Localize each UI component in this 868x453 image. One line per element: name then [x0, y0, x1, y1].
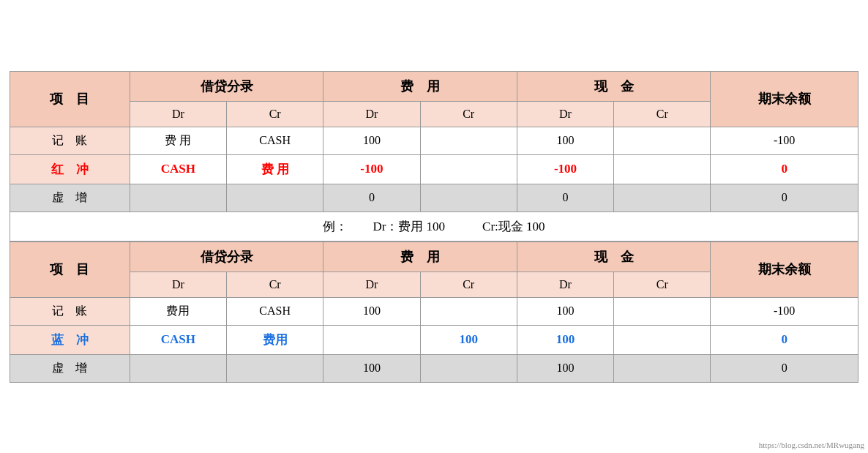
- t2-col-header-end: 期末余额: [711, 242, 858, 297]
- t2-row1-cr3: [614, 297, 711, 325]
- t2-row3-dr2: 100: [323, 354, 420, 382]
- t2-subheader-dr1: Dr: [130, 272, 226, 297]
- watermark: https://blog.csdn.net/MRwugang: [759, 441, 864, 449]
- t2-row2-cr1: 费用: [227, 325, 323, 354]
- t2-row3-end: 0: [711, 354, 858, 382]
- table-row: 蓝 冲 CASH 费用 100 100 0: [10, 325, 858, 354]
- row1-label: 记 账: [10, 127, 130, 154]
- t2-subheader-dr2: Dr: [323, 272, 420, 297]
- t2-row2-label: 蓝 冲: [10, 325, 130, 354]
- row1-dr2: 100: [323, 127, 420, 154]
- row2-dr3: -100: [517, 154, 613, 184]
- row3-dr3: 0: [517, 184, 613, 211]
- row3-cr2: [420, 184, 517, 211]
- col-header-jiedai: 借贷分录: [130, 71, 323, 101]
- row2-dr2: -100: [323, 154, 420, 184]
- t2-row3-dr3: 100: [517, 354, 613, 382]
- table-2: 项 目 借贷分录 费 用 现 金 期末余额 Dr Cr Dr Cr Dr Cr …: [10, 242, 858, 383]
- subheader-cr1: Cr: [227, 101, 323, 127]
- t2-row2-dr2: [323, 325, 420, 354]
- col-header-end: 期末余额: [711, 71, 858, 127]
- col-header-feiyong: 费 用: [323, 71, 517, 101]
- row3-end: 0: [711, 184, 858, 211]
- row1-cr1: CASH: [227, 127, 323, 154]
- row1-cr2: [420, 127, 517, 154]
- row3-cr1: [227, 184, 323, 211]
- row2-dr1: CASH: [130, 154, 226, 184]
- row2-label: 红 冲: [10, 154, 130, 184]
- t2-subheader-cr3: Cr: [614, 272, 711, 297]
- t2-subheader-cr2: Cr: [420, 272, 517, 297]
- t2-col-header-xiang: 项 目: [10, 242, 130, 297]
- example-row: 例： Dr：费用 100 Cr:现金 100: [10, 211, 858, 241]
- t2-row2-end: 0: [711, 325, 858, 354]
- subheader-dr2: Dr: [323, 101, 420, 127]
- t2-col-header-xianjin: 现 金: [517, 242, 711, 272]
- t2-row1-cr2: [420, 297, 517, 325]
- row1-end: -100: [711, 127, 858, 154]
- t2-row2-dr1: CASH: [130, 325, 226, 354]
- t2-row1-end: -100: [711, 297, 858, 325]
- row1-dr3: 100: [517, 127, 613, 154]
- table-row: 项 目 借贷分录 费 用 现 金 期末余额: [10, 242, 858, 272]
- t2-subheader-dr3: Dr: [517, 272, 613, 297]
- subheader-cr3: Cr: [614, 101, 711, 127]
- row3-cr3: [614, 184, 711, 211]
- t2-row1-label: 记 账: [10, 297, 130, 325]
- table-row: 虚 增 100 100 0: [10, 354, 858, 382]
- t2-col-header-jiedai: 借贷分录: [130, 242, 323, 272]
- row2-end: 0: [711, 154, 858, 184]
- table-row: 红 冲 CASH 费 用 -100 -100 0: [10, 154, 858, 184]
- row1-cr3: [614, 127, 711, 154]
- subheader-dr3: Dr: [517, 101, 613, 127]
- table-row: 记 账 费 用 CASH 100 100 -100: [10, 127, 858, 154]
- t2-row1-dr2: 100: [323, 297, 420, 325]
- col-header-xiang: 项 目: [10, 71, 130, 127]
- t2-row2-cr3: [614, 325, 711, 354]
- table-1: 项 目 借贷分录 费 用 现 金 期末余额 Dr Cr Dr Cr Dr Cr …: [10, 71, 858, 242]
- t2-row2-cr2: 100: [420, 325, 517, 354]
- t2-subheader-cr1: Cr: [227, 272, 323, 297]
- row1-dr1: 费 用: [130, 127, 226, 154]
- main-container: 项 目 借贷分录 费 用 现 金 期末余额 Dr Cr Dr Cr Dr Cr …: [10, 71, 858, 383]
- row2-cr3: [614, 154, 711, 184]
- t2-row3-cr3: [614, 354, 711, 382]
- subheader-cr2: Cr: [420, 101, 517, 127]
- row3-dr1: [130, 184, 226, 211]
- row3-label: 虚 增: [10, 184, 130, 211]
- col-header-xianjin: 现 金: [517, 71, 711, 101]
- t2-row1-cr1: CASH: [227, 297, 323, 325]
- t2-row3-cr1: [227, 354, 323, 382]
- t2-row1-dr1: 费用: [130, 297, 226, 325]
- example-text: 例： Dr：费用 100 Cr:现金 100: [10, 211, 858, 241]
- table-row: 项 目 借贷分录 费 用 现 金 期末余额: [10, 71, 858, 101]
- t2-row2-dr3: 100: [517, 325, 613, 354]
- t2-row3-label: 虚 增: [10, 354, 130, 382]
- t2-row3-dr1: [130, 354, 226, 382]
- t2-row1-dr3: 100: [517, 297, 613, 325]
- row2-cr2: [420, 154, 517, 184]
- row3-dr2: 0: [323, 184, 420, 211]
- t2-row3-cr2: [420, 354, 517, 382]
- subheader-dr1: Dr: [130, 101, 226, 127]
- table-row: 虚 增 0 0 0: [10, 184, 858, 211]
- table-row: 记 账 费用 CASH 100 100 -100: [10, 297, 858, 325]
- row2-cr1: 费 用: [227, 154, 323, 184]
- t2-col-header-feiyong: 费 用: [323, 242, 517, 272]
